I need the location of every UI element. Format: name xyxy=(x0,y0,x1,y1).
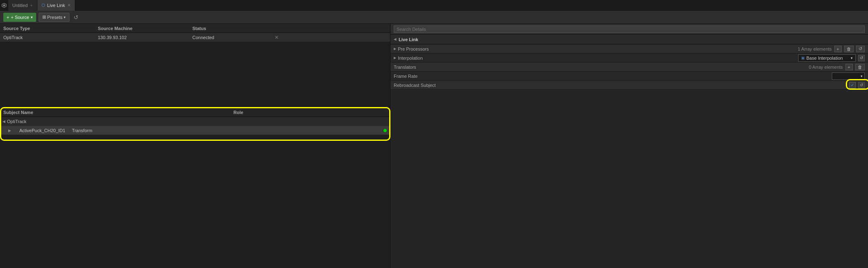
source-delete-btn[interactable]: ✕ xyxy=(271,35,279,40)
undo-icon: ↺ xyxy=(74,14,78,21)
interpolation-dropdown[interactable]: ▣ Base Interpolation ▾ xyxy=(798,54,856,62)
interpolation-dropdown-value: Base Interpolation xyxy=(806,56,843,61)
right-panel: ◀ Live Link ▶ Pre Processors 1 Array ele… xyxy=(390,24,868,268)
tab-untitled[interactable]: Untitled + xyxy=(8,0,37,11)
toolbar: + + Source ▾ ⊞ Presets ▾ ↺ xyxy=(0,11,868,24)
frame-rate-row: Frame Rate ▾ xyxy=(390,72,868,81)
pre-processors-row: ▶ Pre Processors 1 Array elements + 🗑 ↺ xyxy=(390,44,868,54)
pre-processors-add-btn[interactable]: + xyxy=(834,46,842,52)
undo-button[interactable]: ↺ xyxy=(72,13,80,21)
pre-processors-label: ▶ Pre Processors xyxy=(394,47,509,51)
source-status-cell: Connected xyxy=(189,35,271,40)
subject-name-cell: ActivePuck_CH20_ID1 xyxy=(16,128,69,133)
subject-group-header[interactable]: ◀ OptiTrack xyxy=(0,117,390,126)
presets-button[interactable]: ⊞ Presets ▾ xyxy=(39,13,69,22)
rebroadcast-subject-checkbox[interactable]: ✓ xyxy=(849,82,856,89)
col-source-machine-header: Source Machine xyxy=(95,26,189,31)
subject-group-optitrack: ◀ OptiTrack ▶ ActivePuck_CH20_ID1 Transf… xyxy=(0,117,390,135)
translators-label: Translators xyxy=(394,65,509,70)
source-button[interactable]: + + Source ▾ xyxy=(3,13,36,22)
title-bar: Untitled + ⬡ Live Link ✕ xyxy=(0,0,868,11)
col-source-status-header: Status xyxy=(189,26,271,31)
frame-rate-dropdown-arrow: ▾ xyxy=(861,74,863,78)
pre-processors-reset-btn[interactable]: ↺ xyxy=(856,46,865,52)
pre-processors-expand-icon[interactable]: ▶ xyxy=(394,47,396,51)
col-subject-role-header: Role xyxy=(230,110,390,115)
tab-livelink-label: Live Link xyxy=(47,3,65,8)
live-link-section-header: ◀ Live Link xyxy=(390,35,868,44)
live-link-label: Live Link xyxy=(399,37,418,42)
presets-arrow-icon: ▾ xyxy=(64,15,66,19)
tab-livelink[interactable]: ⬡ Live Link ✕ xyxy=(37,0,75,11)
source-plus-icon: + xyxy=(7,15,9,20)
source-table: Source Type Source Machine Status OptiTr… xyxy=(0,24,390,42)
subject-area: Subject Name Role ◀ OptiTrack ▶ ActivePu… xyxy=(0,108,390,135)
source-type-cell: OptiTrack xyxy=(0,35,95,40)
interpolation-expand-icon[interactable]: ▶ xyxy=(394,56,396,60)
group-collapse-icon: ◀ xyxy=(2,119,5,124)
tab-livelink-close[interactable]: ✕ xyxy=(67,3,71,7)
pre-processors-delete-btn[interactable]: 🗑 xyxy=(844,46,854,52)
subject-group-name: OptiTrack xyxy=(7,119,26,124)
pre-processors-value: 1 Array elements + 🗑 ↺ xyxy=(509,46,865,52)
source-table-header: Source Type Source Machine Status xyxy=(0,24,390,33)
col-subject-name-header: Subject Name xyxy=(0,110,230,115)
subject-table-header: Subject Name Role xyxy=(0,108,390,117)
delete-icon: ✕ xyxy=(275,35,279,40)
search-bar xyxy=(390,24,868,35)
source-machine-cell: 130.39.93.102 xyxy=(95,35,189,40)
interpolation-dropdown-icon: ▣ xyxy=(801,56,805,60)
frame-rate-label: Frame Rate xyxy=(394,74,509,79)
svg-marker-1 xyxy=(3,4,5,6)
translators-delete-btn[interactable]: 🗑 xyxy=(855,64,865,70)
live-link-collapse-icon: ◀ xyxy=(394,37,396,41)
frame-rate-value: ▾ xyxy=(509,72,865,80)
col-source-type-header: Source Type xyxy=(0,26,95,31)
translators-value: 0 Array elements + 🗑 xyxy=(509,64,865,70)
search-input[interactable] xyxy=(394,26,865,33)
translators-count: 0 Array elements xyxy=(809,65,843,70)
translators-add-btn[interactable]: + xyxy=(845,64,853,70)
subject-role-cell: Transform xyxy=(69,128,383,133)
frame-rate-dropdown[interactable]: ▾ xyxy=(832,72,865,80)
interpolation-dropdown-arrow: ▾ xyxy=(851,56,853,60)
subject-row[interactable]: ▶ ActivePuck_CH20_ID1 Transform xyxy=(0,126,390,135)
presets-icon: ⊞ xyxy=(42,14,46,20)
subject-indicator: ▶ xyxy=(8,128,14,133)
app-logo xyxy=(0,0,8,11)
rebroadcast-subject-reset-btn[interactable]: ↺ xyxy=(858,82,865,89)
left-panel: Source Type Source Machine Status OptiTr… xyxy=(0,24,390,268)
presets-label: Presets xyxy=(47,15,62,20)
livelink-tab-icon: ⬡ xyxy=(42,3,45,7)
source-table-row[interactable]: OptiTrack 130.39.93.102 Connected ✕ xyxy=(0,33,390,42)
interpolation-value: ▣ Base Interpolation ▾ ↺ xyxy=(509,54,865,62)
interpolation-row: ▶ Interpolation ▣ Base Interpolation ▾ ↺ xyxy=(390,54,868,63)
interpolation-label: ▶ Interpolation xyxy=(394,56,509,61)
translators-row: Translators 0 Array elements + 🗑 xyxy=(390,63,868,72)
source-arrow-icon: ▾ xyxy=(31,15,33,19)
rebroadcast-subject-row: Rebroadcast Subject ✓ ↺ xyxy=(390,81,868,90)
rebroadcast-subject-label: Rebroadcast Subject xyxy=(394,83,509,88)
pre-processors-count: 1 Array elements xyxy=(798,47,832,51)
rebroadcast-subject-value: ✓ ↺ xyxy=(509,82,865,89)
tab-plus-label: + xyxy=(30,3,32,8)
subject-status-dot xyxy=(383,129,387,132)
source-label: + Source xyxy=(11,15,29,20)
checkbox-check-icon: ✓ xyxy=(851,83,854,87)
tab-untitled-label: Untitled xyxy=(12,3,28,8)
main-layout: Source Type Source Machine Status OptiTr… xyxy=(0,24,868,268)
interpolation-reset-btn[interactable]: ↺ xyxy=(858,55,865,61)
